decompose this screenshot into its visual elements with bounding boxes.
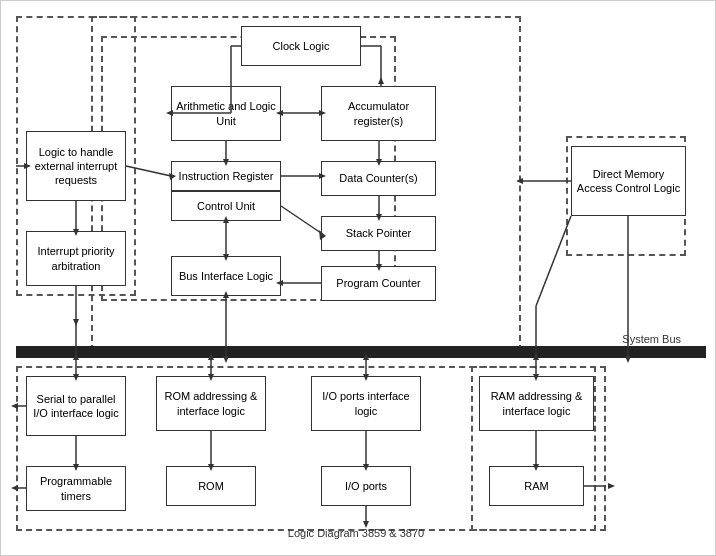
- rom-addressing-box: ROM addressing & interface logic: [156, 376, 266, 431]
- programmable-timers-box: Programmable timers: [26, 466, 126, 511]
- dma-box: Direct Memory Access Control Logic: [571, 146, 686, 216]
- interrupt-priority-box: Interrupt priority arbitration: [26, 231, 126, 286]
- diagram-container: System Bus Clock Logic Arithmetic and Lo…: [0, 0, 716, 556]
- instruction-register-box: Instruction Register: [171, 161, 281, 191]
- program-counter-box: Program Counter: [321, 266, 436, 301]
- io-ports-box: I/O ports: [321, 466, 411, 506]
- logic-interrupt-box: Logic to handle external interrupt reque…: [26, 131, 126, 201]
- diagram-inner: System Bus Clock Logic Arithmetic and Lo…: [11, 11, 701, 541]
- ram-box: RAM: [489, 466, 584, 506]
- accumulator-box: Accumulator register(s): [321, 86, 436, 141]
- rom-box: ROM: [166, 466, 256, 506]
- system-bus: [16, 346, 706, 358]
- diagram-caption: Logic Diagram 3859 & 3870: [206, 527, 506, 539]
- alu-box: Arithmetic and Logic Unit: [171, 86, 281, 141]
- io-ports-interface-box: I/O ports interface logic: [311, 376, 421, 431]
- svg-marker-32: [73, 319, 79, 326]
- bus-interface-box: Bus Interface Logic: [171, 256, 281, 296]
- serial-io-box: Serial to parallel I/O interface logic: [26, 376, 126, 436]
- stack-pointer-box: Stack Pointer: [321, 216, 436, 251]
- clock-logic-box: Clock Logic: [241, 26, 361, 66]
- ram-addressing-box: RAM addressing & interface logic: [479, 376, 594, 431]
- control-unit-box: Control Unit: [171, 191, 281, 221]
- svg-marker-72: [608, 483, 615, 489]
- data-counter-box: Data Counter(s): [321, 161, 436, 196]
- system-bus-label: System Bus: [622, 333, 681, 345]
